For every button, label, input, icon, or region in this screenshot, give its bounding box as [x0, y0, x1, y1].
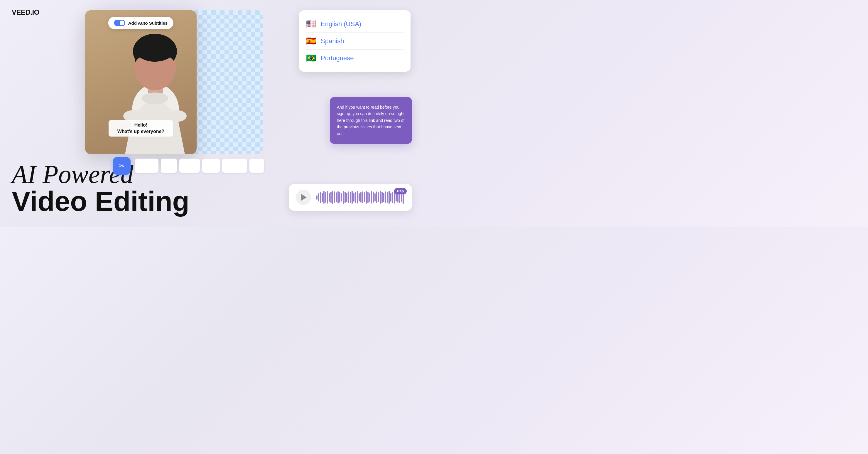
- wave-bar: [325, 192, 326, 203]
- wave-bar: [371, 191, 372, 203]
- wave-bar: [320, 192, 321, 203]
- quote-text: And if you want to read before you sign …: [337, 104, 405, 137]
- wave-bar: [373, 192, 374, 203]
- wave-bar: [369, 193, 370, 202]
- wave-bar: [348, 192, 349, 203]
- wave-bar: [329, 193, 330, 202]
- flag-spain: 🇪🇸: [306, 36, 316, 46]
- wave-bar: [351, 191, 353, 204]
- wave-bar: [381, 192, 383, 203]
- flag-usa: 🇺🇸: [306, 19, 316, 29]
- clip-4[interactable]: [202, 159, 220, 173]
- wave-bar: [359, 193, 360, 201]
- wave-bar: [383, 193, 384, 202]
- wave-bar: [336, 192, 337, 202]
- toggle-knob: [120, 21, 124, 25]
- video-card: Add Auto Subtitles Hello! What's up ever…: [85, 10, 196, 154]
- hero-line2: Video Editing: [12, 187, 189, 215]
- wave-bar: [389, 191, 390, 204]
- lang-item-portuguese[interactable]: 🇧🇷 Portuguese: [306, 50, 403, 66]
- language-dropdown[interactable]: 🇺🇸 English (USA) 🇪🇸 Spanish 🇧🇷 Portugues…: [299, 10, 410, 72]
- lang-name-english: English (USA): [321, 20, 361, 28]
- wave-bar: [385, 192, 386, 203]
- wave-bar: [378, 192, 379, 202]
- clip-6[interactable]: [249, 159, 264, 173]
- toggle-switch[interactable]: [114, 20, 125, 26]
- clip-3[interactable]: [179, 159, 200, 173]
- wave-bar: [396, 193, 397, 201]
- wave-bar: [337, 191, 339, 203]
- quote-card: And if you want to read before you sign …: [330, 97, 412, 144]
- wave-bar: [321, 193, 323, 202]
- wave-bar: [353, 193, 354, 202]
- wave-bar: [390, 193, 392, 202]
- lang-item-english[interactable]: 🇺🇸 English (USA): [306, 16, 403, 33]
- svg-point-8: [142, 92, 168, 104]
- wave-bar: [331, 192, 332, 203]
- wave-bar: [318, 193, 319, 201]
- auto-subtitles-toggle[interactable]: Add Auto Subtitles: [108, 17, 174, 29]
- flag-brazil: 🇧🇷: [306, 53, 316, 63]
- wave-bar: [387, 192, 388, 203]
- clip-2[interactable]: [161, 159, 177, 173]
- wave-bar: [344, 192, 346, 203]
- wave-bar: [366, 191, 367, 204]
- wave-bar: [346, 193, 347, 202]
- toggle-label: Add Auto Subtitles: [128, 21, 167, 26]
- wave-bar: [327, 191, 328, 203]
- timeline-clips: [135, 159, 264, 173]
- wave-bar: [380, 191, 381, 204]
- scissors-icon: ✂: [119, 162, 125, 170]
- waveform: [316, 190, 405, 204]
- clip-1[interactable]: [135, 159, 158, 173]
- lang-name-portuguese: Portuguese: [321, 54, 354, 62]
- svg-point-7: [134, 35, 176, 62]
- lang-item-spanish[interactable]: 🇪🇸 Spanish: [306, 33, 403, 50]
- wave-bar: [374, 193, 376, 201]
- wave-bar: [376, 192, 377, 203]
- subtitle-line2: What's up everyone?: [114, 129, 168, 134]
- lang-name-spanish: Spanish: [321, 37, 344, 45]
- subtitle-line1: Hello!: [114, 122, 168, 128]
- wave-bar: [341, 193, 342, 201]
- wave-bar: [367, 192, 369, 203]
- wave-bar: [364, 192, 365, 202]
- scissors-button[interactable]: ✂: [113, 157, 131, 175]
- wave-bar: [332, 191, 333, 204]
- wave-bar: [339, 192, 340, 203]
- wave-bar: [355, 192, 356, 203]
- wave-bar: [316, 195, 317, 200]
- play-button[interactable]: [296, 190, 311, 205]
- rap-badge: Rap: [394, 188, 407, 194]
- wave-bar: [392, 192, 393, 203]
- logo[interactable]: VEED.IO: [12, 8, 39, 17]
- clip-5[interactable]: [222, 159, 247, 173]
- wave-bar: [357, 191, 358, 203]
- wave-bar: [362, 192, 363, 203]
- wave-bar: [360, 192, 362, 203]
- subtitle-overlay: Hello! What's up everyone?: [108, 120, 173, 137]
- wave-bar: [334, 192, 335, 203]
- wave-bar: [350, 192, 351, 203]
- audio-player[interactable]: Rap: [289, 184, 412, 211]
- wave-bar: [343, 191, 344, 204]
- wave-bar: [323, 191, 324, 204]
- play-icon: [301, 194, 307, 201]
